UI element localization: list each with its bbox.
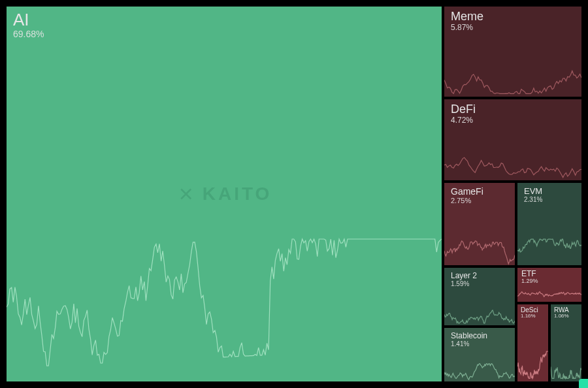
tile-rwa[interactable]: RWA 1.06% xyxy=(549,303,583,383)
tile-layer2-name: Layer 2 xyxy=(451,272,477,280)
tile-stablecoin-pct: 1.41% xyxy=(451,340,487,348)
tile-ai[interactable]: KAITO AI 69.68% xyxy=(5,5,443,383)
tile-stablecoin[interactable]: Stablecoin 1.41% xyxy=(443,327,516,383)
watermark-text: KAITO xyxy=(203,184,272,204)
tile-evm-sparkline xyxy=(517,236,581,265)
tile-gamefi[interactable]: GameFi 2.75% xyxy=(443,182,516,267)
tile-etf-sparkline xyxy=(517,290,581,302)
tile-defi-name: DeFi xyxy=(451,103,476,116)
tile-evm-pct: 2.31% xyxy=(524,196,542,203)
tile-rwa-sparkline xyxy=(551,350,581,381)
tile-ai-sparkline xyxy=(7,238,442,381)
tile-layer2-pct: 1.59% xyxy=(451,280,477,287)
tile-stablecoin-sparkline xyxy=(444,362,515,381)
tile-evm-name: EVM xyxy=(524,187,542,196)
tile-gamefi-name: GameFi xyxy=(451,187,483,197)
tile-desci[interactable]: DeSci 1.16% xyxy=(516,303,549,383)
tile-desci-sparkline xyxy=(517,350,548,381)
tile-etf-pct: 1.29% xyxy=(521,278,538,285)
tile-stablecoin-name: Stablecoin xyxy=(451,332,487,340)
tile-defi-pct: 4.72% xyxy=(451,116,476,125)
tile-etf[interactable]: ETF 1.29% xyxy=(516,267,583,303)
tile-defi[interactable]: DeFi 4.72% xyxy=(443,98,583,182)
watermark: KAITO xyxy=(176,184,272,204)
tile-meme-sparkline xyxy=(444,64,581,97)
corner-accent xyxy=(579,379,588,388)
tile-meme[interactable]: Meme 5.87% xyxy=(443,5,583,98)
tile-gamefi-pct: 2.75% xyxy=(451,197,483,204)
tile-gamefi-sparkline xyxy=(444,236,515,265)
tile-ai-pct: 69.68% xyxy=(13,29,44,39)
treemap: KAITO AI 69.68% Meme 5.87% DeFi 4.72% Ga… xyxy=(5,5,583,383)
tile-rwa-pct: 1.06% xyxy=(554,314,569,319)
tile-evm[interactable]: EVM 2.31% xyxy=(516,182,583,267)
tile-layer2[interactable]: Layer 2 1.59% xyxy=(443,267,516,327)
tile-desci-pct: 1.16% xyxy=(521,314,538,319)
tile-meme-name: Meme xyxy=(451,10,483,24)
tile-layer2-sparkline xyxy=(444,303,515,325)
tile-meme-pct: 5.87% xyxy=(451,24,483,32)
tile-ai-name: AI xyxy=(13,10,44,29)
tile-defi-sparkline xyxy=(444,150,581,180)
